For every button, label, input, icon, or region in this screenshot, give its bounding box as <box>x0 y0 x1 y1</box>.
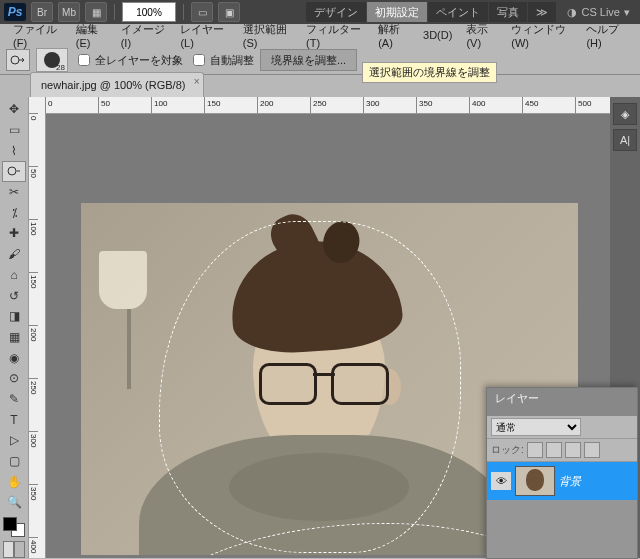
character-panel-icon[interactable]: A| <box>613 129 637 151</box>
stamp-tool[interactable]: ⌂ <box>2 265 26 286</box>
quick-mask-toggle[interactable] <box>3 541 25 558</box>
history-panel-icon[interactable]: ◈ <box>613 103 637 125</box>
eraser-tool[interactable]: ◨ <box>2 306 26 327</box>
menu-window[interactable]: ウィンドウ(W) <box>504 20 579 51</box>
dodge-tool[interactable]: ⊙ <box>2 368 26 389</box>
chevron-down-icon: ▾ <box>624 6 630 19</box>
heal-tool[interactable]: ✚ <box>2 223 26 244</box>
gradient-tool[interactable]: ▦ <box>2 327 26 348</box>
close-tab-icon[interactable]: × <box>194 76 200 87</box>
refine-edge-button[interactable]: 境界線を調整... <box>260 49 357 71</box>
menu-select[interactable]: 選択範囲(S) <box>236 20 299 51</box>
brush-size-value: 28 <box>56 63 65 72</box>
cs-live-button[interactable]: ◑ CS Live ▾ <box>561 6 636 19</box>
document-tab-row: newhair.jpg @ 100% (RGB/8) × <box>0 75 640 97</box>
color-swatches[interactable] <box>3 517 25 538</box>
auto-adjust-label: 自動調整 <box>210 53 254 68</box>
menu-filter[interactable]: フィルター(T) <box>299 20 371 51</box>
lock-transparency-icon[interactable] <box>527 442 543 458</box>
quick-select-tool[interactable] <box>2 161 26 182</box>
lasso-tool[interactable]: ⌇ <box>2 140 26 161</box>
move-tool[interactable]: ✥ <box>2 99 26 120</box>
document-tab-label: newhair.jpg @ 100% (RGB/8) <box>41 79 185 91</box>
sample-all-layers-checkbox[interactable]: 全レイヤーを対象 <box>74 51 183 69</box>
vertical-ruler: 050100150200250300350400 <box>29 113 46 558</box>
crop-tool[interactable]: ✂ <box>2 182 26 203</box>
svg-point-0 <box>11 56 19 64</box>
cs-live-label: CS Live <box>581 6 620 18</box>
svg-point-1 <box>8 167 16 175</box>
menu-image[interactable]: イメージ(I) <box>114 20 174 51</box>
auto-adjust-checkbox[interactable]: 自動調整 <box>189 51 254 69</box>
ruler-corner <box>29 97 46 114</box>
blur-tool[interactable]: ◉ <box>2 347 26 368</box>
cs-live-icon: ◑ <box>567 6 577 19</box>
pen-tool[interactable]: ✎ <box>2 389 26 410</box>
horizontal-ruler: 050100150200250300350400450500550600650 <box>45 97 610 114</box>
brush-tool[interactable]: 🖌 <box>2 244 26 265</box>
blend-mode-select[interactable]: 通常 <box>491 418 581 436</box>
menu-file[interactable]: ファイル(F) <box>6 20 69 51</box>
refine-edge-tooltip: 選択範囲の境界線を調整 <box>362 62 497 83</box>
type-tool[interactable]: T <box>2 409 26 430</box>
menu-help[interactable]: ヘルプ(H) <box>579 20 634 51</box>
hand-tool[interactable]: ✋ <box>2 471 26 492</box>
menu-analysis[interactable]: 解析(A) <box>371 20 416 51</box>
layers-panel[interactable]: レイヤー 通常 ロック: 👁 背景 <box>486 387 638 559</box>
lock-pixels-icon[interactable] <box>546 442 562 458</box>
layers-list: 👁 背景 <box>487 462 637 558</box>
menu-edit[interactable]: 編集(E) <box>69 20 114 51</box>
menu-bar: ファイル(F) 編集(E) イメージ(I) レイヤー(L) 選択範囲(S) フィ… <box>0 24 640 46</box>
menu-layer[interactable]: レイヤー(L) <box>173 20 235 51</box>
layers-panel-title: レイヤー <box>487 388 637 416</box>
layer-row[interactable]: 👁 背景 <box>487 462 637 500</box>
lock-position-icon[interactable] <box>565 442 581 458</box>
lock-label: ロック: <box>491 443 524 457</box>
document-tab[interactable]: newhair.jpg @ 100% (RGB/8) × <box>30 72 204 97</box>
lock-all-icon[interactable] <box>584 442 600 458</box>
zoom-tool[interactable]: 🔍 <box>2 492 26 513</box>
tools-panel: ✥ ▭ ⌇ ✂ ⁒ ✚ 🖌 ⌂ ↺ ◨ ▦ ◉ ⊙ ✎ T ▷ ▢ ✋ 🔍 <box>0 97 29 558</box>
sample-all-label: 全レイヤーを対象 <box>95 53 183 68</box>
menu-view[interactable]: 表示(V) <box>459 20 504 51</box>
brush-size-preview[interactable]: 28 <box>36 48 68 72</box>
eyedropper-tool[interactable]: ⁒ <box>2 202 26 223</box>
marquee-tool[interactable]: ▭ <box>2 120 26 141</box>
layer-name[interactable]: 背景 <box>559 474 581 489</box>
current-tool-indicator[interactable] <box>6 49 30 71</box>
shape-tool[interactable]: ▢ <box>2 451 26 472</box>
layer-thumbnail[interactable] <box>515 466 555 496</box>
visibility-toggle-icon[interactable]: 👁 <box>491 472 511 490</box>
app-logo: Ps <box>4 3 26 21</box>
path-tool[interactable]: ▷ <box>2 430 26 451</box>
history-brush-tool[interactable]: ↺ <box>2 285 26 306</box>
menu-3d[interactable]: 3D(D) <box>416 27 459 43</box>
